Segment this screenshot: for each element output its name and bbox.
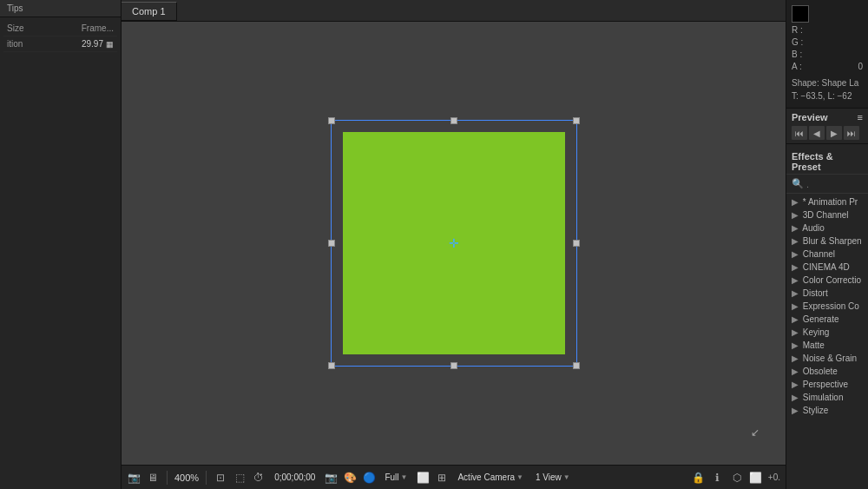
effects-item-12[interactable]: ▶ Noise & Grain xyxy=(786,352,868,365)
effects-item-label-6: Color Correctio xyxy=(803,275,861,285)
effects-item-8[interactable]: ▶ Expression Co xyxy=(786,300,868,313)
quality-dropdown[interactable]: Full ▼ xyxy=(381,471,411,484)
effects-item-14[interactable]: ▶ Perspective xyxy=(786,378,868,391)
box-icon[interactable]: ⬜ xyxy=(416,471,430,485)
handle-ml[interactable] xyxy=(328,240,335,247)
arrow-10: ▶ xyxy=(792,327,799,337)
ition-value: 29.97 ▦ xyxy=(82,39,114,49)
viewport-canvas[interactable]: ✛ ↙ xyxy=(122,22,786,465)
arrow-6: ▶ xyxy=(792,275,799,285)
main-viewport: Comp 1 ✛ ↙ xyxy=(122,0,786,489)
handle-bl[interactable] xyxy=(328,362,335,369)
reset-icon[interactable]: ⊡ xyxy=(214,471,227,485)
r-row: R : xyxy=(792,24,863,36)
viewport-toolbar: 📷 🖥 400% ⊡ ⬚ ⏱ 0;00;00;00 📷 🎨 🔵 Full ▼ ⬜… xyxy=(122,465,786,489)
info-icon[interactable]: ℹ xyxy=(711,471,725,485)
grid-icon[interactable]: ⊞ xyxy=(435,471,449,485)
effects-item-label-5: CINEMA 4D xyxy=(803,262,850,272)
left-panel-columns: Size Frame... xyxy=(3,21,117,36)
handle-tr[interactable] xyxy=(573,117,580,124)
effects-item-label-0: * Animation Pr xyxy=(803,197,858,207)
handle-tc[interactable] xyxy=(450,117,457,124)
effects-panel: Effects & Preset 🔍 . ▶ * Animation Pr ▶ … xyxy=(786,144,868,489)
effects-item-16[interactable]: ▶ Stylize xyxy=(786,404,868,417)
effects-item-15[interactable]: ▶ Simulation xyxy=(786,391,868,404)
effects-item-7[interactable]: ▶ Distort xyxy=(786,287,868,300)
handle-bc[interactable] xyxy=(450,362,457,369)
effects-item-1[interactable]: ▶ 3D Channel xyxy=(786,208,868,221)
zoom-label[interactable]: 400% xyxy=(174,472,199,483)
a-label: A : xyxy=(792,61,802,73)
arrow-3: ▶ xyxy=(792,236,799,246)
effects-item-11[interactable]: ▶ Matte xyxy=(786,339,868,352)
preview-back[interactable]: ◀ xyxy=(809,126,825,140)
handle-br[interactable] xyxy=(573,362,580,369)
g-label: G : xyxy=(792,36,803,49)
divider-1 xyxy=(167,471,168,485)
shape-info: Shape: Shape La T: −63.5, L: −62 xyxy=(792,76,863,102)
search-placeholder: . xyxy=(806,179,809,189)
arrow-13: ▶ xyxy=(792,367,799,376)
effects-item-6[interactable]: ▶ Color Correctio xyxy=(786,274,868,287)
effects-item-label-10: Keying xyxy=(803,327,830,337)
preview-skip-fwd[interactable]: ⏭ xyxy=(844,126,859,140)
effects-item-2[interactable]: ▶ Audio xyxy=(786,221,868,235)
arrow-4: ▶ xyxy=(792,249,799,259)
effects-title: Effects & Preset xyxy=(786,148,868,175)
effects-item-0[interactable]: ▶ * Animation Pr xyxy=(786,195,868,208)
view-arrow: ▼ xyxy=(563,473,570,481)
lock-icon[interactable]: 🔒 xyxy=(692,471,706,485)
effects-item-label-1: 3D Channel xyxy=(803,210,849,220)
timecode-display[interactable]: 0;00;00;00 xyxy=(271,471,319,484)
search-input-row: 🔍 . xyxy=(792,178,863,189)
comp-tab[interactable]: Comp 1 xyxy=(122,2,177,21)
timecode-icon[interactable]: ⏱ xyxy=(252,471,266,485)
effects-item-9[interactable]: ▶ Generate xyxy=(786,313,868,326)
expand-icon[interactable]: ⬜ xyxy=(749,471,763,485)
effects-item-label-7: Distort xyxy=(803,288,828,298)
camera-arrow: ▼ xyxy=(516,473,523,481)
handle-mr[interactable] xyxy=(573,240,580,247)
size-col-header: Size xyxy=(7,23,23,33)
preview-menu-icon[interactable]: ≡ xyxy=(858,112,863,122)
g-row: G : xyxy=(792,36,863,49)
monitor-icon[interactable]: 🖥 xyxy=(146,471,160,485)
share-icon[interactable]: ⬡ xyxy=(730,471,744,485)
snapshot-icon[interactable]: 📷 xyxy=(127,471,141,485)
preview-controls: ⏮ ◀ ▶ ⏭ xyxy=(792,126,863,140)
quality-label: Full xyxy=(385,472,398,482)
effects-item-3[interactable]: ▶ Blur & Sharpen xyxy=(786,235,868,248)
palette-icon[interactable]: 🎨 xyxy=(343,471,357,485)
search-box: 🔍 . xyxy=(786,175,868,194)
arrow-8: ▶ xyxy=(792,301,799,311)
shape-coords: T: −63.5, L: −62 xyxy=(792,89,863,102)
camera-icon-btn[interactable]: 📷 xyxy=(324,471,338,485)
preview-skip-back[interactable]: ⏮ xyxy=(792,126,807,140)
camera-dropdown[interactable]: Active Camera ▼ xyxy=(454,471,527,484)
green-rect: ✛ xyxy=(343,132,565,354)
arrow-2: ▶ xyxy=(792,223,799,233)
left-panel-content: Size Frame... ition 29.97 ▦ xyxy=(0,17,121,489)
effects-item-13[interactable]: ▶ Obsolete xyxy=(786,365,868,378)
grid-icon: ▦ xyxy=(106,40,114,49)
a-value: 0 xyxy=(858,61,863,73)
quality-arrow: ▼ xyxy=(401,473,408,481)
effects-item-10[interactable]: ▶ Keying xyxy=(786,326,868,339)
handle-tl[interactable] xyxy=(328,117,335,124)
left-panel-header: Tips xyxy=(0,0,121,17)
effects-item-5[interactable]: ▶ CINEMA 4D xyxy=(786,261,868,274)
arrow-5: ▶ xyxy=(792,262,799,272)
preview-play[interactable]: ▶ xyxy=(826,126,842,140)
region-icon[interactable]: ⬚ xyxy=(233,471,247,485)
search-icon: 🔍 xyxy=(792,178,804,189)
arrow-14: ▶ xyxy=(792,380,799,389)
effects-item-4[interactable]: ▶ Channel xyxy=(786,248,868,261)
effects-item-label-14: Perspective xyxy=(803,380,848,389)
color-icon[interactable]: 🔵 xyxy=(362,471,376,485)
left-panel: Tips Size Frame... ition 29.97 ▦ xyxy=(0,0,122,489)
view-label: 1 View xyxy=(536,472,562,482)
camera-label: Active Camera xyxy=(457,472,515,482)
effects-item-label-4: Channel xyxy=(803,249,835,259)
arrow-15: ▶ xyxy=(792,393,799,402)
view-dropdown[interactable]: 1 View ▼ xyxy=(532,471,574,484)
